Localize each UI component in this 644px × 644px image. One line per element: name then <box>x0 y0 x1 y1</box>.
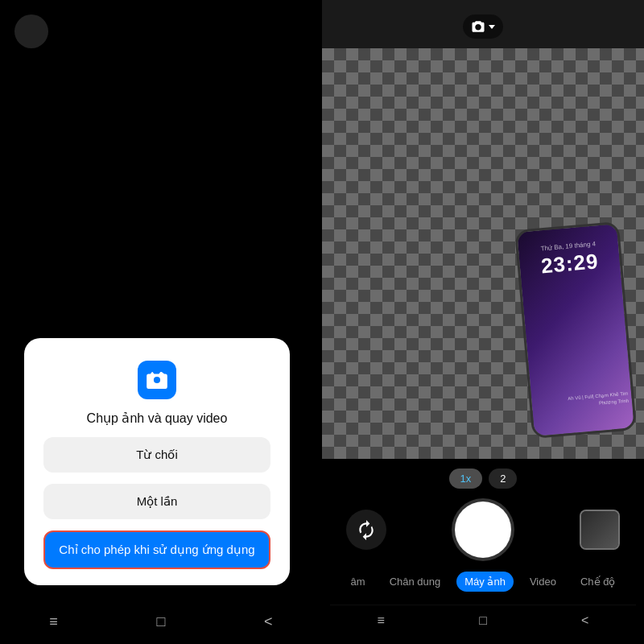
phone-screen: Thứ Ba, 19 tháng 4 23:29 Ah Vũ | Full| C… <box>517 224 634 436</box>
flip-camera-button[interactable] <box>346 510 386 550</box>
permission-dialog: Chụp ảnh và quay video Từ chối Một lần C… <box>24 338 290 585</box>
zoom-1x-button[interactable]: 1x <box>449 469 483 489</box>
phone-in-scene: Thứ Ba, 19 tháng 4 23:29 Ah Vũ | Full| C… <box>514 221 637 439</box>
left-nav-menu-icon[interactable]: ≡ <box>38 610 69 634</box>
deny-button[interactable]: Từ chối <box>43 437 270 473</box>
shutter-button[interactable] <box>455 502 511 558</box>
right-nav-back-icon[interactable]: < <box>573 610 597 631</box>
left-nav-home-icon[interactable]: □ <box>146 610 177 634</box>
chevron-down-icon <box>489 25 495 29</box>
camera-mode-tabs: âm Chân dung Máy ảnh Video Chế độ <box>343 572 624 592</box>
left-nav-bar: ≡ □ < <box>0 600 322 644</box>
camera-flip-icon <box>471 19 485 34</box>
top-left-circle <box>14 14 48 48</box>
camera-bottom-controls: 1x 2 âm Chân dung Máy ảnh Video Chế độ <box>322 459 644 644</box>
once-button[interactable]: Một lần <box>43 484 270 519</box>
right-nav-menu-icon[interactable]: ≡ <box>369 610 393 631</box>
refresh-icon <box>356 519 377 540</box>
camera-viewfinder: Thứ Ba, 19 tháng 4 23:29 Ah Vũ | Full| C… <box>322 48 644 459</box>
right-nav-bar: ≡ □ < <box>330 605 636 636</box>
camera-top-bar <box>463 14 503 39</box>
gallery-thumbnail[interactable] <box>580 510 620 550</box>
zoom-2x-button[interactable]: 2 <box>489 469 517 489</box>
camera-icon <box>146 369 168 391</box>
right-panel: Thứ Ba, 19 tháng 4 23:29 Ah Vũ | Full| C… <box>322 0 644 644</box>
gallery-thumb-image <box>581 511 618 548</box>
allow-button[interactable]: Chỉ cho phép khi sử dụng ứng dụng <box>43 530 270 569</box>
mode-tab-chedo[interactable]: Chế độ <box>572 572 623 592</box>
camera-switch-button[interactable] <box>463 14 503 39</box>
zoom-controls: 1x 2 <box>449 469 518 489</box>
left-panel: Chụp ảnh và quay video Từ chối Một lần C… <box>0 0 322 644</box>
mode-tab-am[interactable]: âm <box>343 572 374 592</box>
shutter-row <box>330 502 636 558</box>
mode-tab-mayanh[interactable]: Máy ảnh <box>456 572 514 592</box>
mode-tab-video[interactable]: Video <box>522 572 564 592</box>
dialog-camera-icon <box>138 361 176 399</box>
left-nav-back-icon[interactable]: < <box>253 610 284 634</box>
dialog-title: Chụp ảnh và quay video <box>87 411 228 426</box>
mode-tab-chandung[interactable]: Chân dung <box>382 572 449 592</box>
phone-time-display: 23:29 <box>540 249 600 279</box>
right-nav-home-icon[interactable]: □ <box>471 610 495 631</box>
phone-lock-info: Ah Vũ | Full| Chạm Khẽ Tim Phương Trinh <box>568 390 629 409</box>
